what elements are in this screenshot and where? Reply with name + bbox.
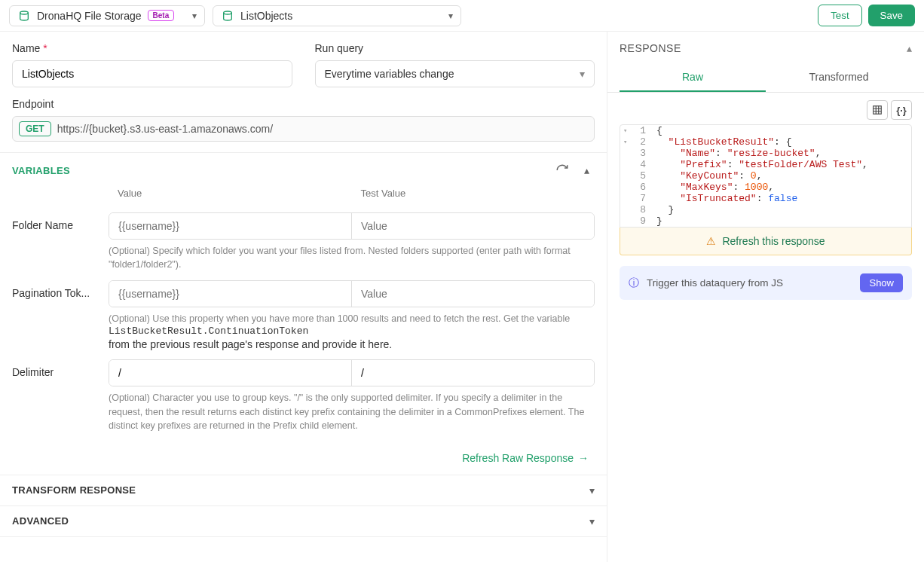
trigger-info-bar: ⓘ Trigger this dataquery from JS Show <box>620 266 912 300</box>
runquery-value: Everytime variables change <box>325 68 454 80</box>
table-view-button[interactable] <box>867 100 888 120</box>
connector-dropdown[interactable]: DronaHQ File Storage Beta ▾ <box>9 5 205 26</box>
folder-value-input[interactable] <box>109 213 352 239</box>
show-button[interactable]: Show <box>860 273 903 292</box>
warning-icon: ⚠ <box>706 235 716 247</box>
chevron-down-icon: ▾ <box>589 484 595 496</box>
folder-help: (Optional) Specify which folder you want… <box>109 244 595 271</box>
json-view-button[interactable]: {·} <box>891 100 912 120</box>
advanced-title: ADVANCED <box>12 515 69 527</box>
runquery-select[interactable]: Everytime variables change ▾ <box>315 60 595 87</box>
var-label: Folder Name <box>12 212 109 231</box>
var-label: Delimiter <box>12 359 109 378</box>
transform-title: TRANSFORM RESPONSE <box>12 484 136 496</box>
refresh-response-bar[interactable]: ⚠ Refresh this response <box>620 228 912 255</box>
pagination-value-input[interactable] <box>109 281 352 307</box>
endpoint-label: Endpoint <box>12 98 595 110</box>
runquery-label: Run query <box>315 42 595 54</box>
endpoint-box: GET https://{bucket}.s3.us-east-1.amazon… <box>12 116 595 142</box>
name-input[interactable] <box>12 60 292 87</box>
tab-transformed[interactable]: Transformed <box>766 65 912 92</box>
query-icon <box>221 9 234 23</box>
connector-icon <box>17 9 31 23</box>
pagination-test-input[interactable] <box>352 281 594 307</box>
endpoint-url: https://{bucket}.s3.us-east-1.amazonaws.… <box>57 123 273 135</box>
pagination-help-2: from the previous result page's response… <box>109 338 595 350</box>
col-test-header: Test Value <box>352 188 595 203</box>
refresh-raw-response-link[interactable]: Refresh Raw Response → <box>0 441 607 475</box>
chevron-down-icon: ▾ <box>192 11 197 21</box>
svg-point-0 <box>20 11 29 14</box>
variables-section-header[interactable]: VARIABLES ▴ <box>0 152 607 188</box>
chevron-up-icon[interactable]: ▴ <box>578 162 595 179</box>
connector-label: DronaHQ File Storage <box>37 10 142 22</box>
info-icon: ⓘ <box>629 276 639 290</box>
test-button[interactable]: Test <box>818 5 861 26</box>
chevron-up-icon[interactable]: ▴ <box>907 42 913 54</box>
chevron-down-icon: ▾ <box>580 68 585 80</box>
transform-section-header[interactable]: TRANSFORM RESPONSE ▾ <box>0 475 607 506</box>
variables-title: VARIABLES <box>12 165 70 176</box>
delimiter-help: (Optional) Character you use to group ke… <box>109 391 595 432</box>
folder-test-input[interactable] <box>352 213 594 239</box>
refresh-icon[interactable] <box>554 162 571 179</box>
tab-raw[interactable]: Raw <box>620 65 766 92</box>
chevron-down-icon: ▾ <box>448 11 453 21</box>
query-dropdown[interactable]: ListObjects ▾ <box>213 5 461 26</box>
svg-point-1 <box>224 11 232 14</box>
delimiter-test-input[interactable] <box>352 360 594 386</box>
pagination-help-mono: ListBucketResult.ContinuationToken <box>109 325 595 337</box>
trigger-info-text: Trigger this dataquery from JS <box>647 277 783 289</box>
col-value-header: Value <box>109 188 352 203</box>
response-title: RESPONSE <box>620 42 681 54</box>
svg-rect-2 <box>874 106 882 115</box>
var-label: Pagination Tok... <box>12 280 109 299</box>
chevron-down-icon: ▾ <box>589 515 595 527</box>
response-json-viewer[interactable]: ▾1{▾2 "ListBucketResult": {3 "Name": "re… <box>620 124 912 228</box>
advanced-section-header[interactable]: ADVANCED ▾ <box>0 506 607 537</box>
save-button[interactable]: Save <box>868 5 915 26</box>
pagination-help-1: (Optional) Use this property when you ha… <box>109 312 595 325</box>
beta-badge: Beta <box>148 10 175 21</box>
query-label: ListObjects <box>240 10 292 22</box>
delimiter-value-input[interactable] <box>109 360 352 386</box>
http-method-badge: GET <box>19 121 51 136</box>
arrow-right-icon: → <box>578 452 589 464</box>
name-label: Name * <box>12 42 292 54</box>
